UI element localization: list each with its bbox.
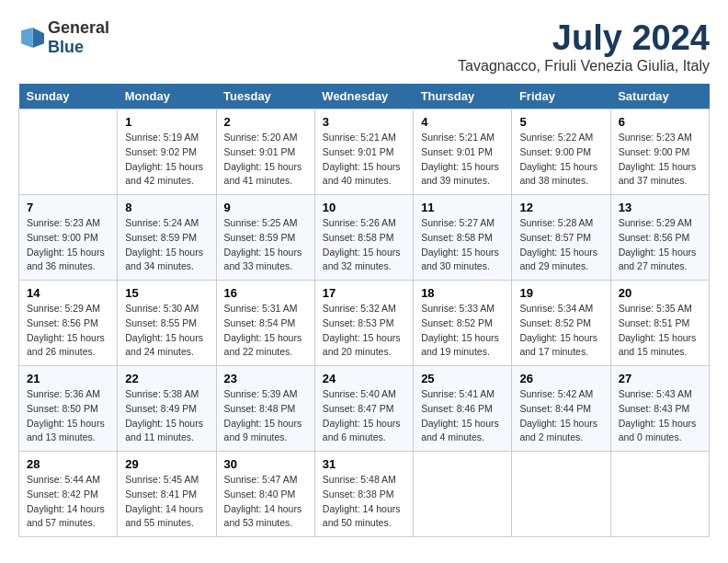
day-info: Sunrise: 5:23 AMSunset: 9:00 PMDaylight:… [619,131,701,189]
day-number: 10 [323,201,405,214]
calendar-cell: 19Sunrise: 5:34 AMSunset: 8:52 PMDayligh… [512,281,610,366]
day-info: Sunrise: 5:31 AMSunset: 8:54 PMDaylight:… [224,302,307,360]
calendar-week-row: 7Sunrise: 5:23 AMSunset: 9:00 PMDaylight… [19,195,710,281]
day-info: Sunrise: 5:35 AMSunset: 8:51 PMDaylight:… [619,302,701,360]
day-info: Sunrise: 5:38 AMSunset: 8:49 PMDaylight:… [125,387,208,445]
calendar-cell: 17Sunrise: 5:32 AMSunset: 8:53 PMDayligh… [314,281,413,366]
day-number: 27 [619,372,701,385]
calendar-cell [19,109,118,195]
day-info: Sunrise: 5:28 AMSunset: 8:57 PMDaylight:… [519,216,602,274]
day-info: Sunrise: 5:19 AMSunset: 9:02 PMDaylight:… [125,131,208,189]
main-title: July 2024 [458,18,710,58]
calendar-week-row: 1Sunrise: 5:19 AMSunset: 9:02 PMDaylight… [19,109,710,195]
day-number: 16 [224,286,307,300]
calendar-cell: 15Sunrise: 5:30 AMSunset: 8:55 PMDayligh… [118,281,216,366]
calendar-week-row: 28Sunrise: 5:44 AMSunset: 8:42 PMDayligh… [19,452,710,537]
day-headers-row: SundayMondayTuesdayWednesdayThursdayFrid… [19,84,710,109]
day-info: Sunrise: 5:36 AMSunset: 8:50 PMDaylight:… [27,387,109,445]
calendar-cell: 31Sunrise: 5:48 AMSunset: 8:38 PMDayligh… [314,452,413,537]
subtitle: Tavagnacco, Friuli Venezia Giulia, Italy [458,58,710,75]
calendar-cell: 6Sunrise: 5:23 AMSunset: 9:00 PMDaylight… [610,109,709,195]
day-number: 13 [619,201,701,214]
calendar-cell: 20Sunrise: 5:35 AMSunset: 8:51 PMDayligh… [610,281,709,366]
calendar-cell: 3Sunrise: 5:21 AMSunset: 9:01 PMDaylight… [314,109,413,195]
day-number: 9 [224,201,307,214]
day-header-thursday: Thursday [414,84,512,109]
calendar-cell: 25Sunrise: 5:41 AMSunset: 8:46 PMDayligh… [414,366,512,452]
day-header-tuesday: Tuesday [216,84,314,109]
day-info: Sunrise: 5:33 AMSunset: 8:52 PMDaylight:… [421,302,504,360]
day-number: 12 [519,201,602,214]
day-number: 21 [27,372,109,385]
calendar-cell: 7Sunrise: 5:23 AMSunset: 9:00 PMDaylight… [19,195,118,281]
calendar-cell: 12Sunrise: 5:28 AMSunset: 8:57 PMDayligh… [512,195,610,281]
logo-blue-text: Blue [48,38,84,56]
day-number: 17 [323,286,405,300]
day-info: Sunrise: 5:48 AMSunset: 8:38 PMDaylight:… [323,473,405,531]
calendar-cell: 2Sunrise: 5:20 AMSunset: 9:01 PMDaylight… [216,109,314,195]
day-number: 1 [125,115,208,129]
calendar-cell: 11Sunrise: 5:27 AMSunset: 8:58 PMDayligh… [414,195,512,281]
calendar-cell: 14Sunrise: 5:29 AMSunset: 8:56 PMDayligh… [19,281,118,366]
svg-marker-0 [33,28,44,48]
day-number: 26 [519,372,602,385]
page-header: General Blue July 2024 Tavagnacco, Friul… [18,18,710,75]
calendar-cell: 26Sunrise: 5:42 AMSunset: 8:44 PMDayligh… [512,366,610,452]
day-number: 4 [421,115,504,129]
day-info: Sunrise: 5:29 AMSunset: 8:56 PMDaylight:… [27,302,109,360]
day-number: 5 [519,115,602,129]
day-info: Sunrise: 5:26 AMSunset: 8:58 PMDaylight:… [323,216,405,274]
day-header-saturday: Saturday [610,84,709,109]
calendar-cell [512,452,610,537]
day-number: 20 [619,286,701,300]
day-info: Sunrise: 5:39 AMSunset: 8:48 PMDaylight:… [224,387,307,445]
calendar-week-row: 14Sunrise: 5:29 AMSunset: 8:56 PMDayligh… [19,281,710,366]
day-header-wednesday: Wednesday [314,84,413,109]
calendar-cell: 29Sunrise: 5:45 AMSunset: 8:41 PMDayligh… [118,452,216,537]
day-number: 7 [27,201,109,214]
calendar-cell: 9Sunrise: 5:25 AMSunset: 8:59 PMDaylight… [216,195,314,281]
day-info: Sunrise: 5:32 AMSunset: 8:53 PMDaylight:… [323,302,405,360]
day-info: Sunrise: 5:29 AMSunset: 8:56 PMDaylight:… [619,216,701,274]
day-info: Sunrise: 5:21 AMSunset: 9:01 PMDaylight:… [323,131,405,189]
day-info: Sunrise: 5:24 AMSunset: 8:59 PMDaylight:… [125,216,208,274]
day-info: Sunrise: 5:43 AMSunset: 8:43 PMDaylight:… [619,387,701,445]
day-number: 30 [224,457,307,471]
day-header-sunday: Sunday [19,84,118,109]
day-number: 31 [323,457,405,471]
calendar-cell: 22Sunrise: 5:38 AMSunset: 8:49 PMDayligh… [118,366,216,452]
title-block: July 2024 Tavagnacco, Friuli Venezia Giu… [458,18,710,75]
calendar-cell: 21Sunrise: 5:36 AMSunset: 8:50 PMDayligh… [19,366,118,452]
calendar-cell: 28Sunrise: 5:44 AMSunset: 8:42 PMDayligh… [19,452,118,537]
calendar-cell: 18Sunrise: 5:33 AMSunset: 8:52 PMDayligh… [414,281,512,366]
day-number: 3 [323,115,405,129]
day-info: Sunrise: 5:25 AMSunset: 8:59 PMDaylight:… [224,216,307,274]
day-info: Sunrise: 5:47 AMSunset: 8:40 PMDaylight:… [224,473,307,531]
day-number: 28 [27,457,109,471]
day-number: 29 [125,457,208,471]
day-info: Sunrise: 5:44 AMSunset: 8:42 PMDaylight:… [27,473,109,531]
day-number: 22 [125,372,208,385]
day-number: 11 [421,201,504,214]
calendar-cell: 16Sunrise: 5:31 AMSunset: 8:54 PMDayligh… [216,281,314,366]
day-info: Sunrise: 5:27 AMSunset: 8:58 PMDaylight:… [421,216,504,274]
day-info: Sunrise: 5:45 AMSunset: 8:41 PMDaylight:… [125,473,208,531]
calendar-week-row: 21Sunrise: 5:36 AMSunset: 8:50 PMDayligh… [19,366,710,452]
calendar-cell [414,452,512,537]
day-info: Sunrise: 5:21 AMSunset: 9:01 PMDaylight:… [421,131,504,189]
calendar-cell: 27Sunrise: 5:43 AMSunset: 8:43 PMDayligh… [610,366,709,452]
day-info: Sunrise: 5:41 AMSunset: 8:46 PMDaylight:… [421,387,504,445]
day-number: 24 [323,372,405,385]
day-info: Sunrise: 5:40 AMSunset: 8:47 PMDaylight:… [323,387,405,445]
calendar-cell: 10Sunrise: 5:26 AMSunset: 8:58 PMDayligh… [314,195,413,281]
day-number: 15 [125,286,208,300]
day-info: Sunrise: 5:23 AMSunset: 9:00 PMDaylight:… [27,216,109,274]
day-header-friday: Friday [512,84,610,109]
calendar-cell: 13Sunrise: 5:29 AMSunset: 8:56 PMDayligh… [610,195,709,281]
calendar-cell: 5Sunrise: 5:22 AMSunset: 9:00 PMDaylight… [512,109,610,195]
svg-marker-1 [21,28,32,48]
day-info: Sunrise: 5:30 AMSunset: 8:55 PMDaylight:… [125,302,208,360]
day-number: 19 [519,286,602,300]
logo-general-text: General [48,18,109,37]
day-info: Sunrise: 5:20 AMSunset: 9:01 PMDaylight:… [224,131,307,189]
